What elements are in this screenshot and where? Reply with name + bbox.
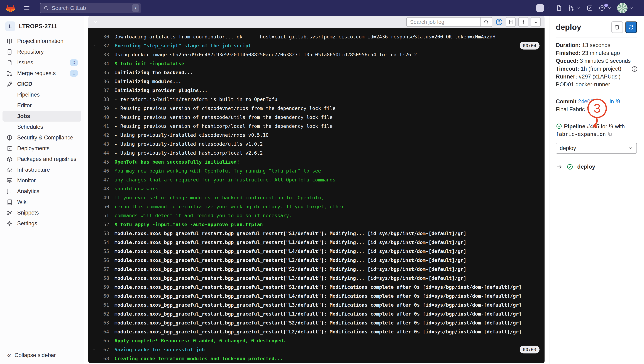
log-line-number[interactable]: 37 <box>99 88 109 93</box>
log-line-number[interactable]: 34 <box>99 61 109 66</box>
sidebar-item-deployments[interactable]: Deployments <box>3 143 81 154</box>
log-line-number[interactable]: 44 <box>99 150 109 156</box>
job-detail-runner: Runner: #297 (x1APUqsi) POD01 docker-run… <box>556 73 637 88</box>
log-line-number[interactable]: 32 <box>99 43 109 48</box>
log-line-number[interactable]: 52 <box>99 222 109 227</box>
log-line-number[interactable]: 51 <box>99 213 109 218</box>
sidebar-item-merge-requests[interactable]: Merge requests1 <box>3 68 81 79</box>
nav-plus-button[interactable] <box>536 4 550 12</box>
global-search[interactable]: / <box>40 3 141 13</box>
log-line-number[interactable]: 30 <box>99 34 109 40</box>
gitlab-logo-icon[interactable] <box>6 4 16 13</box>
hamburger-menu-icon[interactable] <box>23 4 31 12</box>
sidebar-item-packages-and-registries[interactable]: Packages and registries <box>3 154 81 164</box>
sidebar-item-pipelines[interactable]: Pipelines <box>3 90 81 100</box>
log-line-number[interactable]: 41 <box>99 123 109 129</box>
project-header[interactable]: L LTROPS-2711 <box>5 22 79 31</box>
log-line-number[interactable]: 55 <box>99 248 109 254</box>
sidebar-item-label: Monitor <box>17 177 36 184</box>
log-line-number[interactable]: 35 <box>99 70 109 75</box>
sidebar-job-item[interactable]: deploy <box>556 164 637 170</box>
log-line-number[interactable]: 45 <box>99 159 109 165</box>
log-line-number[interactable]: 59 <box>99 284 109 290</box>
nav-avatar-button[interactable] <box>617 3 634 13</box>
log-line-number[interactable]: 47 <box>99 177 109 182</box>
collapse-sidebar-button[interactable]: « Collapse sidebar <box>7 352 56 359</box>
sidebar-item-jobs[interactable]: Jobs <box>3 111 81 122</box>
log-line-number[interactable]: 64 <box>99 329 109 334</box>
log-line-number[interactable]: 38 <box>99 96 109 102</box>
nav-merge-request-button[interactable] <box>568 5 581 12</box>
show-raw-log-button[interactable] <box>506 17 515 27</box>
log-line-number[interactable]: 68 <box>99 356 109 361</box>
pipeline-number-link[interactable]: #465 <box>587 123 599 130</box>
log-section-header[interactable]: 67Saving cache for successful job00:03 <box>88 345 544 354</box>
log-line-number[interactable]: 46 <box>99 168 109 174</box>
log-line-number[interactable]: 57 <box>99 266 109 272</box>
erase-job-log-button[interactable] <box>611 22 623 33</box>
detail-label: Queued: <box>556 58 578 64</box>
log-line-number[interactable]: 42 <box>99 132 109 138</box>
divider <box>556 158 637 158</box>
log-line-number[interactable]: 43 <box>99 141 109 147</box>
sidebar-item-repository[interactable]: Repository <box>3 46 81 57</box>
log-line-number[interactable]: 36 <box>99 79 109 84</box>
log-section-header[interactable]: 32Executing "step_script" stage of the j… <box>88 41 544 50</box>
sidebar-item-analytics[interactable]: Analytics <box>3 186 81 197</box>
scroll-to-bottom-button[interactable] <box>531 17 541 27</box>
nav-issues-button[interactable] <box>556 5 562 12</box>
retry-job-button[interactable] <box>625 22 637 33</box>
log-line-number[interactable]: 39 <box>99 106 109 111</box>
sidebar-item-ci-cd[interactable]: CI/CD <box>3 79 81 90</box>
job-log-search-input[interactable] <box>407 19 480 25</box>
log-line-number[interactable]: 60 <box>99 293 109 299</box>
log-line-number[interactable]: 40 <box>99 114 109 120</box>
log-line-number[interactable]: 56 <box>99 258 109 263</box>
sidebar-item-security-compliance[interactable]: Security & Compliance <box>3 132 81 143</box>
log-line-number[interactable]: 62 <box>99 311 109 316</box>
sidebar-item-snippets[interactable]: Snippets <box>3 208 81 218</box>
commit-sha-link[interactable]: 24e0670 <box>578 98 600 104</box>
log-line-number[interactable]: 33 <box>99 52 109 58</box>
log-search-help-icon[interactable] <box>495 18 503 26</box>
log-line-number[interactable]: 54 <box>99 240 109 245</box>
log-line-number[interactable]: 48 <box>99 186 109 192</box>
copy-to-clipboard-icon[interactable] <box>607 131 613 137</box>
nav-help-button[interactable] <box>598 5 612 12</box>
packages-icon <box>6 156 13 162</box>
section-collapse-chevron-icon[interactable] <box>92 19 99 25</box>
merge-request-link[interactable]: !9 <box>615 98 620 104</box>
job-log-search[interactable] <box>406 17 492 27</box>
commit-block: Commit 24e0670in !9 Final Fabric Depl <box>556 98 637 113</box>
log-line: 33Using docker image sha256:d970c487c93e… <box>88 50 544 59</box>
log-line: 65Apply complete! Resources: 0 added, 6 … <box>88 336 544 345</box>
scroll-to-top-button[interactable] <box>518 17 528 27</box>
stage-dropdown[interactable]: deploy <box>556 143 637 154</box>
sidebar-item-project-information[interactable]: Project information <box>3 36 81 46</box>
chevron-down-icon <box>576 6 581 10</box>
global-search-input[interactable] <box>51 5 132 11</box>
log-line-number[interactable]: 53 <box>99 231 109 236</box>
sidebar-item-issues[interactable]: Issues0 <box>3 57 81 68</box>
timeout-help-icon[interactable] <box>631 66 638 72</box>
job-log-search-button[interactable] <box>480 18 492 26</box>
log-line-number[interactable]: 63 <box>99 320 109 326</box>
nav-todo-button[interactable] <box>586 5 593 12</box>
sidebar-item-settings[interactable]: Settings <box>3 218 81 229</box>
log-line-number[interactable]: 58 <box>99 275 109 281</box>
log-line-number[interactable]: 61 <box>99 302 109 308</box>
log-line-number[interactable]: 50 <box>99 204 109 209</box>
sidebar-item-wiki[interactable]: Wiki <box>3 197 81 208</box>
sidebar-item-label: Schedules <box>17 124 43 130</box>
notification-dot <box>604 4 608 7</box>
log-line-number[interactable]: 67 <box>99 347 109 352</box>
log-line-number[interactable]: 65 <box>99 338 109 344</box>
sidebar-item-monitor[interactable]: Monitor <box>3 175 81 186</box>
merge-requests-icon <box>6 70 13 77</box>
sidebar-item-schedules[interactable]: Schedules <box>3 122 81 132</box>
project-name: LTROPS-2711 <box>19 23 57 30</box>
log-line-number[interactable]: 49 <box>99 195 109 200</box>
job-status-passed-icon <box>566 164 573 170</box>
sidebar-item-editor[interactable]: Editor <box>3 100 81 111</box>
sidebar-item-infrastructure[interactable]: Infrastructure <box>3 164 81 175</box>
